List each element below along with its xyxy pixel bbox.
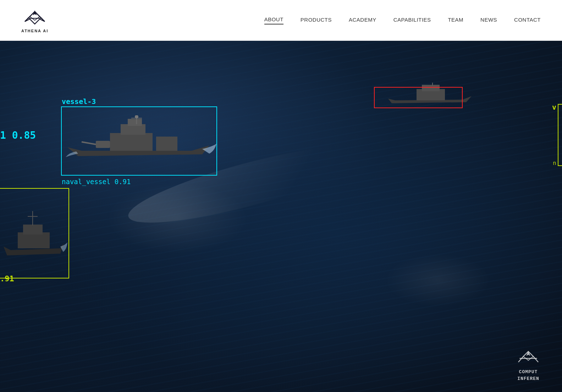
watermark-text-2: INFEREN: [517, 376, 539, 381]
nav-team[interactable]: TEAM: [448, 17, 463, 24]
svg-rect-1: [110, 133, 153, 151]
svg-rect-3: [128, 119, 142, 126]
ocean-background: [0, 41, 562, 392]
svg-rect-15: [422, 85, 440, 91]
svg-rect-7: [96, 141, 110, 148]
svg-rect-10: [18, 232, 50, 248]
nav-academy[interactable]: ACADEMY: [349, 17, 376, 24]
ocean-patch-2: [385, 254, 491, 307]
nav-about[interactable]: ABOUT: [264, 16, 283, 24]
logo-text: ATHENA AI: [21, 29, 48, 33]
main-nav: ABOUT PRODUCTS ACADEMY CAPABILITIES TEAM…: [264, 16, 541, 24]
nav-products[interactable]: PRODUCTS: [301, 17, 332, 24]
svg-rect-9: [156, 137, 177, 151]
watermark-logo-icon: [516, 348, 541, 368]
logo-icon: [22, 8, 47, 27]
watermark-text-1: COMPUT: [519, 369, 538, 375]
site-header: ATHENA AI ABOUT PRODUCTS ACADEMY CAPABIL…: [0, 0, 562, 41]
ship-top-right: [385, 83, 475, 107]
logo-area[interactable]: ATHENA AI: [21, 8, 48, 33]
svg-line-8: [82, 142, 96, 144]
hero-section: 1 0.85 vessel-3 naval_vessel 0.91 v n .9…: [0, 41, 562, 392]
watermark: COMPUT INFEREN: [516, 348, 541, 381]
svg-rect-11: [23, 225, 43, 234]
nav-capabilities[interactable]: CAPABILITIES: [393, 17, 431, 24]
ship-main: [60, 115, 216, 163]
nav-news[interactable]: NEWS: [480, 17, 497, 24]
ship-small: [0, 200, 69, 266]
nav-contact[interactable]: CONTACT: [514, 17, 541, 24]
